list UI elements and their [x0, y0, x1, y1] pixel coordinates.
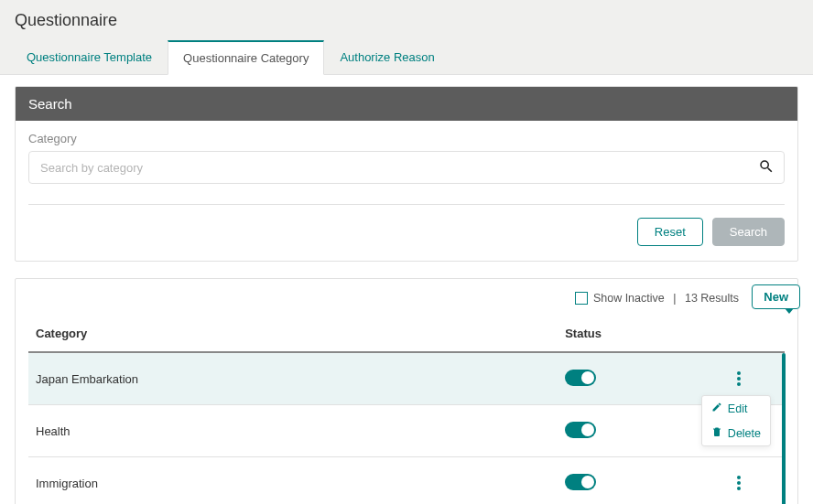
- pencil-icon: [711, 402, 722, 415]
- column-header-status: Status: [558, 317, 694, 352]
- status-toggle[interactable]: [565, 474, 596, 490]
- results-table: Category Status Japan Embarkation Health: [28, 317, 785, 504]
- reset-button[interactable]: Reset: [637, 218, 703, 246]
- row-actions-menu-button[interactable]: [728, 368, 750, 390]
- search-button[interactable]: Search: [712, 218, 785, 246]
- tab-authorize-reason[interactable]: Authorize Reason: [324, 40, 450, 75]
- delete-action-label: Delete: [728, 427, 761, 440]
- tab-content: Search Category Reset Search New: [0, 75, 813, 504]
- cell-category: Japan Embarkation: [28, 352, 558, 405]
- edit-action[interactable]: Edit: [702, 396, 770, 421]
- category-search-box: [28, 151, 785, 184]
- svg-point-7: [737, 481, 741, 485]
- tab-bar: Questionnaire Template Questionnaire Cat…: [0, 39, 813, 75]
- new-button[interactable]: New: [752, 284, 800, 309]
- row-actions-dropdown: Edit Delete: [701, 395, 771, 446]
- svg-point-0: [737, 371, 741, 375]
- page-title: Questionnaire: [0, 0, 813, 39]
- results-count: 13 Results: [685, 292, 739, 305]
- svg-point-1: [737, 377, 741, 381]
- trash-icon: [711, 426, 722, 440]
- results-panel: New Show Inactive | 13 Results Category …: [15, 278, 798, 504]
- cell-status: [558, 405, 694, 457]
- table-row: Immigration: [28, 457, 785, 505]
- column-header-category: Category: [28, 317, 558, 352]
- column-header-actions: [694, 317, 785, 352]
- show-inactive-checkbox[interactable]: [575, 292, 588, 305]
- cell-status: [558, 352, 694, 405]
- cell-category: Health: [28, 405, 558, 457]
- status-toggle[interactable]: [565, 370, 596, 386]
- search-panel-header: Search: [16, 87, 797, 121]
- search-panel: Search Category Reset Search: [15, 86, 798, 262]
- edit-action-label: Edit: [728, 402, 748, 415]
- row-actions-menu-button[interactable]: [728, 472, 750, 494]
- tab-questionnaire-category[interactable]: Questionnaire Category: [168, 40, 324, 75]
- show-inactive-label: Show Inactive: [593, 292, 665, 305]
- search-icon[interactable]: [758, 158, 775, 177]
- svg-point-6: [737, 476, 741, 479]
- category-field-label: Category: [28, 132, 785, 145]
- table-row: Japan Embarkation: [28, 352, 785, 405]
- cell-status: [558, 457, 694, 505]
- cell-category: Immigration: [28, 457, 558, 505]
- results-separator: |: [670, 292, 679, 305]
- svg-point-8: [737, 487, 741, 490]
- table-row: Health: [28, 405, 785, 457]
- status-toggle[interactable]: [565, 422, 596, 438]
- scrollbar[interactable]: [782, 353, 786, 504]
- category-search-input[interactable]: [38, 160, 758, 176]
- tab-questionnaire-template[interactable]: Questionnaire Template: [11, 40, 168, 75]
- delete-action[interactable]: Delete: [702, 421, 770, 445]
- svg-point-2: [737, 382, 741, 386]
